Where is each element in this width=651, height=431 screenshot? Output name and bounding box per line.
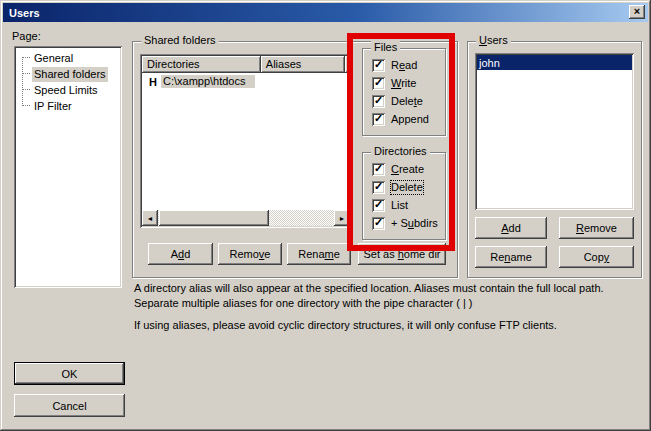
check-icon: ✓	[374, 217, 383, 228]
directories-group-label: Directories	[371, 145, 430, 158]
checkbox[interactable]: ✓	[372, 163, 385, 176]
notes: A directory alias will also appear at th…	[134, 281, 642, 333]
button-label: Set as home dir	[363, 248, 440, 260]
checkbox-label: Delete	[391, 181, 423, 194]
close-button[interactable]: ×	[629, 5, 645, 19]
checkbox-read[interactable]: ✓ Read	[372, 58, 417, 72]
ok-button[interactable]: OK	[14, 362, 125, 385]
button-label: Rename	[490, 251, 532, 263]
sidebar-item-general[interactable]: General	[18, 50, 119, 66]
checkbox[interactable]: ✓	[372, 95, 385, 108]
window-title: Users	[9, 7, 40, 19]
page-nav-list[interactable]: General Shared folders Speed Limits IP F…	[14, 46, 122, 288]
users-group-label: Users	[476, 34, 511, 47]
check-icon: ✓	[374, 199, 383, 210]
button-label: Remove	[230, 248, 271, 260]
checkbox-label: Append	[391, 113, 429, 126]
close-icon: ×	[634, 6, 640, 17]
check-icon: ✓	[374, 181, 383, 192]
table-row[interactable]: H C:\xampp\htdocs	[142, 74, 350, 89]
home-dir-marker: H	[149, 76, 157, 88]
scroll-right-icon: ►	[339, 215, 346, 222]
checkbox-label: Write	[391, 77, 416, 90]
list-item-user[interactable]: john	[477, 55, 632, 70]
remove-folder-button[interactable]: Remove	[218, 243, 282, 265]
checkbox[interactable]: ✓	[372, 113, 385, 126]
checkbox-create[interactable]: ✓ Create	[372, 162, 424, 176]
user-name: john	[479, 57, 500, 69]
alias-note: A directory alias will also appear at th…	[134, 281, 642, 311]
checkbox-label: + Subdirs	[391, 217, 438, 230]
checkbox-label: Create	[391, 163, 424, 176]
checkbox[interactable]: ✓	[372, 181, 385, 194]
set-as-home-dir-button[interactable]: Set as home dir	[358, 243, 446, 265]
copy-user-button[interactable]: Copy	[559, 246, 634, 268]
files-permissions-group: Files ✓ Read ✓ Write ✓ Delete ✓ Append	[362, 48, 446, 136]
page-nav-label: Page:	[12, 30, 41, 42]
button-label: Remove	[576, 222, 617, 234]
column-header-aliases[interactable]: Aliases	[261, 56, 345, 73]
directory-path: C:\xampp\htdocs	[161, 75, 255, 88]
cyclic-note: If using aliases, please avoid cyclic di…	[134, 318, 642, 333]
directories-permissions-group: Directories ✓ Create ✓ Delete ✓ List ✓ +…	[362, 152, 446, 240]
check-icon: ✓	[374, 77, 383, 88]
add-user-button[interactable]: Add	[475, 217, 547, 239]
checkbox-write[interactable]: ✓ Write	[372, 76, 416, 90]
sidebar-item-label: Speed Limits	[32, 83, 100, 98]
button-label: Copy	[584, 251, 610, 263]
checkbox-label: Read	[391, 59, 417, 72]
checkbox[interactable]: ✓	[372, 217, 385, 230]
rename-user-button[interactable]: Rename	[475, 246, 547, 268]
cancel-button[interactable]: Cancel	[14, 394, 125, 417]
remove-user-button[interactable]: Remove	[559, 217, 634, 239]
checkbox-subdirs[interactable]: ✓ + Subdirs	[372, 216, 438, 230]
button-label: Add	[171, 248, 191, 260]
sidebar-item-label: Shared folders	[32, 67, 108, 82]
scroll-left-icon: ◄	[147, 215, 154, 222]
checkbox-list[interactable]: ✓ List	[372, 198, 408, 212]
checkbox[interactable]: ✓	[372, 77, 385, 90]
checkbox[interactable]: ✓	[372, 199, 385, 212]
check-icon: ✓	[374, 95, 383, 106]
sidebar-item-speed-limits[interactable]: Speed Limits	[18, 82, 119, 98]
check-icon: ✓	[374, 163, 383, 174]
shared-folders-group-label: Shared folders	[141, 34, 219, 47]
directories-list-headers: Directories Aliases	[142, 56, 350, 73]
sidebar-item-ip-filter[interactable]: IP Filter	[18, 98, 119, 114]
column-header-filler	[345, 56, 350, 73]
page-nav-tree: General Shared folders Speed Limits IP F…	[18, 50, 119, 114]
checkbox-append[interactable]: ✓ Append	[372, 112, 429, 126]
checkbox-delete-files[interactable]: ✓ Delete	[372, 94, 423, 108]
scroll-right-button[interactable]: ►	[334, 210, 350, 226]
checkbox-label: List	[391, 199, 408, 212]
button-label: Rename	[298, 248, 340, 260]
sidebar-item-label: IP Filter	[32, 99, 74, 114]
rename-folder-button[interactable]: Rename	[287, 243, 351, 265]
add-folder-button[interactable]: Add	[148, 243, 213, 265]
files-group-label: Files	[371, 41, 400, 54]
button-label: OK	[62, 368, 78, 380]
check-icon: ✓	[374, 113, 383, 124]
users-dialog: Users × Page: General Shared folders Spe…	[0, 0, 651, 431]
scrollbar-thumb[interactable]	[159, 210, 269, 226]
checkbox-label: Delete	[391, 95, 423, 108]
checkbox-delete-dirs[interactable]: ✓ Delete	[372, 180, 423, 194]
sidebar-item-label: General	[32, 51, 75, 66]
horizontal-scrollbar[interactable]: ◄ ►	[142, 210, 350, 226]
button-label: Add	[501, 222, 521, 234]
scroll-left-button[interactable]: ◄	[142, 210, 158, 226]
sidebar-item-shared-folders[interactable]: Shared folders	[18, 66, 119, 82]
directories-list[interactable]: Directories Aliases H C:\xampp\htdocs ◄ …	[140, 54, 352, 228]
checkbox[interactable]: ✓	[372, 59, 385, 72]
button-label: Cancel	[52, 400, 86, 412]
users-list[interactable]: john	[475, 53, 634, 210]
column-header-directories[interactable]: Directories	[142, 56, 261, 73]
titlebar[interactable]: Users ×	[3, 3, 648, 22]
check-icon: ✓	[374, 59, 383, 70]
